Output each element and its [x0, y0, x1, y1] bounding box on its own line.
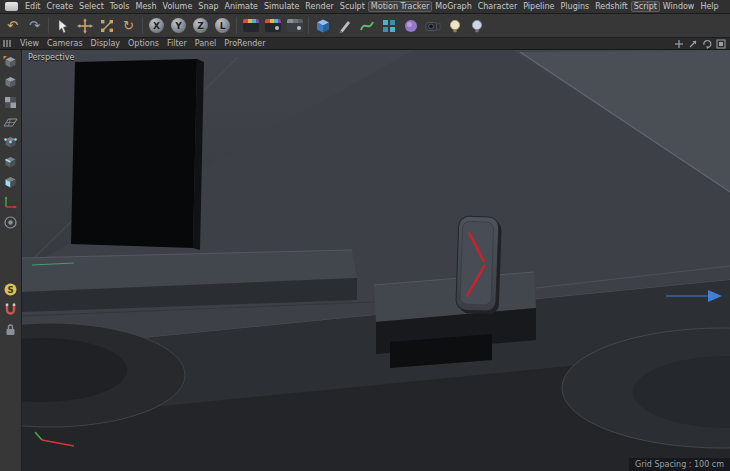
- menu-animate[interactable]: Animate: [221, 1, 261, 12]
- menu-mograph[interactable]: MoGraph: [432, 1, 474, 12]
- cube-icon: [315, 18, 331, 34]
- menu-help[interactable]: Help: [697, 1, 721, 12]
- vmenu-filter[interactable]: Filter: [163, 39, 191, 48]
- redo-icon: ↷: [29, 19, 40, 32]
- undo-button[interactable]: ↶: [2, 15, 23, 36]
- rotate-icon: ↻: [123, 19, 134, 32]
- panel-grip-icon[interactable]: [3, 40, 12, 47]
- vmenu-display[interactable]: Display: [87, 39, 125, 48]
- zoom-view-button[interactable]: [688, 39, 698, 49]
- spline-icon: [359, 18, 375, 34]
- points-mode-icon: [3, 135, 18, 150]
- texture-mode-button[interactable]: [2, 94, 19, 111]
- cinema4d-window: Edit Create Select Tools Mesh Volume Sna…: [0, 0, 730, 471]
- menu-window[interactable]: Window: [660, 1, 698, 12]
- menu-snap[interactable]: Snap: [195, 1, 221, 12]
- toolbar-separator: [236, 17, 237, 34]
- workplane-mode-button[interactable]: [2, 114, 19, 131]
- camera-icon: [425, 18, 441, 34]
- rotate-view-icon: [702, 39, 712, 49]
- render-picture-viewer-button[interactable]: [262, 15, 283, 36]
- make-editable-icon: [3, 55, 18, 70]
- polygons-mode-icon: [3, 175, 18, 190]
- light-icon: [447, 18, 463, 34]
- file-menu-icon[interactable]: [5, 2, 18, 11]
- add-cube-button[interactable]: [312, 15, 333, 36]
- toolbar-separator: [142, 17, 143, 34]
- make-editable-button[interactable]: [2, 54, 19, 71]
- camera-label[interactable]: Perspective: [28, 53, 74, 62]
- lock-icon: [3, 322, 18, 337]
- rotate-tool-button[interactable]: ↻: [118, 15, 139, 36]
- pen-tool-button[interactable]: [334, 15, 355, 36]
- menu-motion-tracker[interactable]: Motion Tracker: [368, 1, 433, 12]
- toolbar-separator: [308, 17, 309, 34]
- undo-icon: ↶: [7, 19, 18, 32]
- menu-character[interactable]: Character: [475, 1, 521, 12]
- menu-pipeline[interactable]: Pipeline: [520, 1, 557, 12]
- menu-redshift[interactable]: Redshift: [592, 1, 630, 12]
- clock-face: [460, 221, 494, 305]
- menu-tools[interactable]: Tools: [107, 1, 133, 12]
- menu-create[interactable]: Create: [44, 1, 77, 12]
- spline-pen-button[interactable]: [356, 15, 377, 36]
- quantize-button[interactable]: [2, 301, 19, 318]
- edges-mode-button[interactable]: [2, 154, 19, 171]
- viewport-controls: [674, 39, 730, 49]
- cursor-icon: [55, 18, 71, 34]
- menu-mesh[interactable]: Mesh: [133, 1, 160, 12]
- pan-view-button[interactable]: [674, 39, 684, 49]
- black-slab-object[interactable]: [71, 59, 197, 248]
- mode-sidebar: S: [0, 50, 22, 471]
- enable-axis-icon: [3, 195, 18, 210]
- mograph-cloner-button[interactable]: [378, 15, 399, 36]
- menu-render[interactable]: Render: [302, 1, 336, 12]
- menu-volume[interactable]: Volume: [160, 1, 196, 12]
- render-settings-button[interactable]: [284, 15, 305, 36]
- lock-x-axis-button[interactable]: X: [146, 15, 167, 36]
- viewport-solo-button[interactable]: [2, 214, 19, 231]
- volume-builder-button[interactable]: [400, 15, 421, 36]
- workplane-mode-icon: [3, 115, 18, 130]
- move-tool-button[interactable]: [74, 15, 95, 36]
- grid-spacing-label: Grid Spacing : 100 cm: [629, 458, 730, 471]
- rotate-view-button[interactable]: [702, 39, 712, 49]
- coordinate-system-button[interactable]: L: [212, 15, 233, 36]
- volume-icon: [403, 18, 419, 34]
- menu-plugins[interactable]: Plugins: [558, 1, 593, 12]
- scale-tool-button[interactable]: [96, 15, 117, 36]
- clock-object[interactable]: [456, 216, 502, 314]
- enable-axis-button[interactable]: [2, 194, 19, 211]
- toolbar-separator: [48, 17, 49, 34]
- polygons-mode-button[interactable]: [2, 174, 19, 191]
- live-selection-button[interactable]: [52, 15, 73, 36]
- svg-text:S: S: [7, 285, 13, 295]
- vmenu-panel[interactable]: Panel: [191, 39, 221, 48]
- scene-canvas[interactable]: [22, 50, 730, 471]
- points-mode-button[interactable]: [2, 134, 19, 151]
- zoom-view-icon: [688, 39, 698, 49]
- menu-simulate[interactable]: Simulate: [261, 1, 302, 12]
- workplane-lock-button[interactable]: [2, 321, 19, 338]
- cloner-icon: [381, 18, 397, 34]
- vmenu-prorender[interactable]: ProRender: [220, 39, 269, 48]
- snap-button[interactable]: S: [2, 281, 19, 298]
- render-view-button[interactable]: [240, 15, 261, 36]
- menu-edit[interactable]: Edit: [22, 1, 44, 12]
- pen-icon: [337, 18, 353, 34]
- vmenu-cameras[interactable]: Cameras: [43, 39, 87, 48]
- menu-script[interactable]: Script: [631, 1, 660, 12]
- light-button[interactable]: [444, 15, 465, 36]
- perspective-viewport[interactable]: Perspective: [22, 50, 730, 471]
- sky-light-button[interactable]: [466, 15, 487, 36]
- toggle-view-button[interactable]: [716, 39, 726, 49]
- menu-select[interactable]: Select: [76, 1, 107, 12]
- menu-sculpt[interactable]: Sculpt: [337, 1, 368, 12]
- redo-button[interactable]: ↷: [24, 15, 45, 36]
- camera-button[interactable]: [422, 15, 443, 36]
- vmenu-options[interactable]: Options: [124, 39, 163, 48]
- lock-y-axis-button[interactable]: Y: [168, 15, 189, 36]
- lock-z-axis-button[interactable]: Z: [190, 15, 211, 36]
- model-mode-button[interactable]: [2, 74, 19, 91]
- vmenu-view[interactable]: View: [16, 39, 43, 48]
